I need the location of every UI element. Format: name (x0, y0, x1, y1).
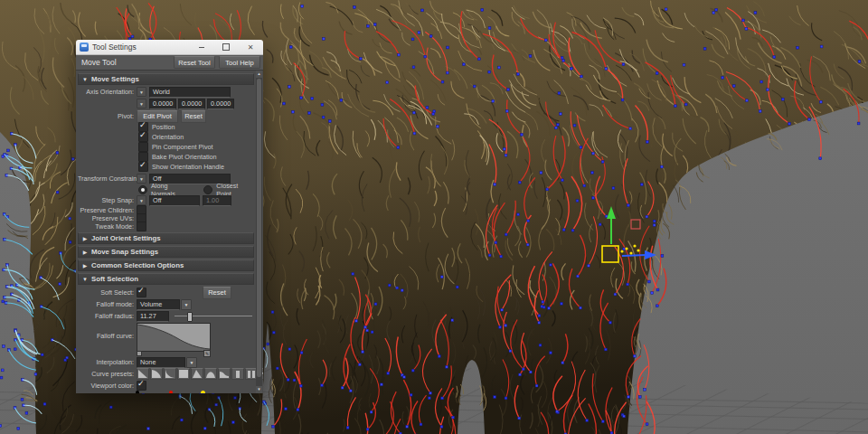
reset-tool-button[interactable]: Reset Tool (174, 56, 215, 69)
selected-cv-point[interactable] (629, 251, 632, 254)
viewport-color-checkbox[interactable] (137, 381, 146, 391)
dome-icon[interactable] (204, 368, 217, 380)
step-snap-row: Step Snap: ▼ Off 1.00 (78, 195, 254, 205)
scroll-up-icon[interactable]: ▲ (256, 71, 262, 78)
section-common-selection-options[interactable]: ▶ Common Selection Options (78, 259, 254, 271)
close-icon[interactable]: ✕ (243, 42, 258, 52)
tweak-mode-checkbox[interactable] (137, 222, 146, 231)
along-normals-radio[interactable] (138, 185, 147, 194)
s-curve-icon[interactable] (218, 368, 231, 380)
soft-select-checkbox[interactable] (137, 288, 146, 297)
ramp-key-yellow-icon[interactable] (201, 391, 205, 393)
axis-orientation-row: Axis Orientation: ▼ World (78, 87, 254, 97)
show-orientation-handle-checkbox[interactable] (138, 162, 148, 172)
viewport-color-row: Viewport color: (78, 382, 254, 390)
checkbox-row: Bake Pivot Orientation (138, 153, 254, 161)
scroll-down-icon[interactable]: ▼ (256, 386, 262, 393)
closest-point-radio[interactable] (203, 185, 212, 194)
chevron-down-icon[interactable]: ▼ (181, 299, 192, 310)
falloff-radius-field[interactable]: 11.27 (137, 311, 169, 322)
interpolation-row: Interpolation: None ▼ (78, 357, 254, 367)
tool-header: Move Tool Reset Tool Tool Help (76, 55, 263, 71)
preserve-uvs-row: Preserve UVs: (78, 214, 254, 222)
window-title: Tool Settings (92, 42, 184, 52)
chevron-down-icon[interactable]: ▼ (186, 357, 197, 368)
steep-down-icon[interactable] (164, 368, 176, 380)
solid-icon[interactable] (177, 368, 190, 380)
coord-x-field[interactable]: 0.0000 (149, 99, 176, 109)
falloff-curve-graph[interactable]: ✎ (137, 323, 211, 352)
selected-cv-point[interactable] (625, 247, 627, 250)
preserve-children-row: Preserve Children: (78, 206, 254, 213)
smooth-down-icon[interactable] (150, 368, 163, 380)
move-coords-row: ▼ 0.0000 0.0000 0.0000 (78, 99, 254, 108)
ramp-key-red-icon[interactable] (169, 391, 173, 393)
step-snap-increment-field[interactable]: 1.00 (203, 195, 231, 206)
constraint-options-row: Along Normals Closest Point (138, 185, 254, 193)
checkbox-row: Show Orientation Handle (138, 163, 254, 171)
section-joint-orient-settings[interactable]: ▶ Joint Orient Settings (78, 232, 254, 244)
tool-settings-content: ▼ Move Settings Axis Orientation: ▼ Worl… (76, 71, 263, 393)
soft-selection-reset-button[interactable]: Reset (203, 287, 231, 299)
expand-arrow-icon: ▶ (79, 262, 91, 269)
axis-orientation-select[interactable]: World (149, 87, 231, 98)
falloff-mode-select[interactable]: Volume (137, 299, 180, 310)
active-tool-name: Move Tool (81, 58, 170, 67)
section-soft-selection[interactable]: ▼ Soft Selection (78, 273, 254, 285)
falloff-radius-row: Falloff radius: 11.27 (78, 311, 254, 321)
curve-presets (137, 368, 263, 380)
maximize-icon[interactable] (219, 42, 233, 52)
falloff-radius-slider[interactable] (175, 312, 254, 320)
falloff-curve-row: Falloff curve: ✎ (78, 323, 254, 352)
step-snap-select[interactable]: Off (149, 195, 200, 206)
tool-settings-icon (80, 42, 89, 52)
pulse-icon[interactable] (231, 368, 244, 380)
falloff-color-row: Falloff color: ✕ (78, 392, 254, 393)
slider-handle[interactable] (187, 312, 193, 322)
checkbox-row: Pin Component Pivot (138, 143, 254, 151)
option-arrow-icon[interactable]: ▼ (137, 195, 146, 205)
curve-presets-row: Curve presets: (78, 369, 254, 379)
tool-settings-window: Tool Settings ✕ Move Tool Reset Tool Too… (76, 40, 263, 392)
tool-help-button[interactable]: Tool Help (219, 56, 260, 69)
checkbox-row: Position (138, 123, 254, 131)
edit-curve-icon[interactable]: ✎ (203, 350, 211, 357)
falloff-mode-row: Falloff mode: Volume ▼ (78, 299, 254, 309)
section-move-snap-settings[interactable]: ▶ Move Snap Settings (78, 246, 254, 258)
ramp-key-black-icon[interactable] (136, 391, 139, 393)
option-arrow-icon[interactable]: ▼ (137, 99, 146, 108)
curve-key-marker[interactable] (137, 351, 142, 356)
selected-cv-point[interactable] (620, 250, 623, 252)
soft-select-row: Soft Select: Reset (78, 288, 254, 297)
pivot-row: Pivot: Edit Pivot Reset (78, 111, 254, 121)
option-arrow-icon[interactable]: ▼ (137, 87, 146, 97)
checkbox-row: Orientation (138, 133, 254, 141)
orientation-checkbox[interactable] (138, 132, 148, 142)
selected-cv-point[interactable] (633, 244, 636, 247)
collapse-arrow-icon: ▼ (79, 77, 91, 82)
window-titlebar[interactable]: Tool Settings ✕ (76, 40, 263, 55)
expand-arrow-icon: ▶ (79, 249, 91, 255)
scrollbar-thumb[interactable] (257, 79, 261, 377)
minimize-icon[interactable] (194, 42, 209, 52)
expand-arrow-icon: ▶ (79, 235, 91, 241)
coord-y-field[interactable]: 0.0000 (178, 99, 205, 109)
selected-cv-point[interactable] (637, 249, 639, 251)
interpolation-select[interactable]: None (137, 357, 185, 368)
falloff-curve-plot (137, 324, 210, 351)
x-axis-handle[interactable] (622, 255, 646, 256)
pivot-reset-button[interactable]: Reset (181, 110, 206, 123)
option-arrow-icon[interactable]: ▼ (137, 174, 146, 184)
pin-component-pivot-checkbox[interactable] (138, 142, 148, 152)
collapse-arrow-icon: ▼ (79, 277, 91, 282)
section-move-settings[interactable]: ▼ Move Settings (78, 73, 254, 85)
panel-scrollbar[interactable]: ▲ ▼ (256, 71, 262, 393)
tweak-mode-row: Tweak Mode: (78, 222, 254, 230)
ramp-icon[interactable] (191, 368, 203, 380)
coord-z-field[interactable]: 0.0000 (207, 99, 234, 109)
